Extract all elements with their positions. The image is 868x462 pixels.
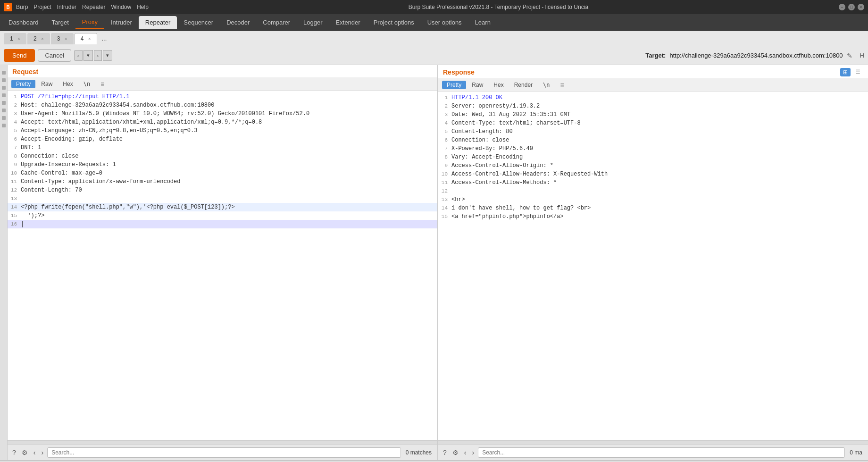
request-line-5: 5 Accept-Language: zh-CN,zh;q=0.8,en-US;… [8,126,437,135]
response-line-11: 11 Access-Control-Allow-Methods: * [438,178,868,187]
maximize-button[interactable]: □ [848,4,855,10]
request-code-editor[interactable]: 1 POST /?file=php://input HTTP/1.1 2 Hos… [8,91,437,440]
layout-list-icon[interactable]: ☰ [852,68,863,76]
target-url: http://challenge-329a6aa92c933454.sandbo… [669,52,843,59]
response-tab-raw[interactable]: Raw [467,81,488,89]
tab-decoder[interactable]: Decoder [220,16,256,29]
response-drag-handle[interactable] [438,440,868,444]
tab-repeater[interactable]: Repeater [139,16,177,29]
response-next-match-icon[interactable]: › [470,448,476,457]
repeater-tab-2[interactable]: 2 × [27,33,50,44]
layout-toggle[interactable]: H [860,52,864,59]
tab-proxy[interactable]: Proxy [75,16,104,29]
repeater-tab-1[interactable]: 1 × [4,33,26,44]
request-next-match-icon[interactable]: › [39,448,45,457]
layout-grid-icon[interactable]: ⊞ [840,68,851,76]
request-line-11: 11 Content-Type: application/x-www-form-… [8,177,437,186]
request-tab-hex[interactable]: Hex [58,80,77,88]
nav-back-dropdown[interactable]: ▾ [83,50,93,61]
nav-back-button[interactable]: ‹ [74,50,83,61]
response-code-editor[interactable]: 1 HTTP/1.1 200 OK 2 Server: openresty/1.… [438,92,868,440]
tab-target[interactable]: Target [45,16,75,29]
close-tab-2-icon[interactable]: × [41,36,44,42]
minimize-button[interactable]: − [839,4,845,10]
request-tab-raw[interactable]: Raw [36,80,57,88]
close-tab-3-icon[interactable]: × [65,36,67,42]
request-tab-pretty[interactable]: Pretty [11,80,35,88]
response-line-5: 5 Content-Length: 80 [438,127,868,136]
menu-help[interactable]: Help [137,4,149,10]
response-line-8: 8 Vary: Accept-Encoding [438,153,868,161]
response-header: Response [443,68,475,76]
request-search-input[interactable] [47,447,401,458]
tab-extender[interactable]: Extender [329,16,367,29]
menu-project[interactable]: Project [33,4,51,10]
request-line-16: 16 │ [8,220,437,228]
window-controls[interactable]: − □ × [839,4,864,10]
request-editor-toolbar: Pretty Raw Hex \n ≡ [8,78,437,91]
tab-intruder[interactable]: Intruder [104,16,139,29]
history-navigation: ‹ ▾ › ▾ [74,50,112,61]
tab-dashboard[interactable]: Dashboard [2,16,45,29]
request-prev-match-icon[interactable]: ‹ [32,448,38,457]
menu-window[interactable]: Window [111,4,131,10]
repeater-tab-3[interactable]: 3 × [51,33,74,44]
close-tab-4-icon[interactable]: × [88,36,91,42]
title-bar: B Burp Project Intruder Repeater Window … [0,0,868,14]
menu-burp[interactable]: Burp [16,4,28,10]
response-help-icon[interactable]: ? [441,448,449,457]
response-tab-pretty[interactable]: Pretty [442,81,466,89]
response-prev-match-icon[interactable]: ‹ [462,448,468,457]
response-search-input[interactable] [478,447,845,458]
close-tab-1-icon[interactable]: × [17,36,20,42]
response-editor-menu-icon[interactable]: ≡ [558,80,567,90]
tab-user-options[interactable]: User options [421,16,468,29]
sidebar-marker [2,86,6,90]
nav-forward-dropdown[interactable]: ▾ [103,50,112,61]
response-layout-controls: ⊞ ☰ [840,68,863,76]
nav-tabs: Dashboard Target Proxy Intruder Repeater… [0,14,868,31]
send-button[interactable]: Send [4,49,35,62]
response-line-4: 4 Content-Type: text/html; charset=UTF-8 [438,119,868,127]
request-panel: Request Pretty Raw Hex \n ≡ 1 POST /?fil… [8,65,438,460]
edit-target-icon[interactable]: ✎ [847,52,852,59]
request-header: Request [8,65,437,78]
tab-project-options[interactable]: Project options [367,16,421,29]
request-tab-newline[interactable]: \n [79,80,95,88]
request-line-13: 13 [8,194,437,203]
target-info: Target: http://challenge-329a6aa92c93345… [645,52,864,59]
main-content: Request Pretty Raw Hex \n ≡ 1 POST /?fil… [0,65,868,460]
status-bar: Done 405 byte [0,460,868,462]
response-tab-hex[interactable]: Hex [489,81,508,89]
request-drag-handle[interactable] [8,440,437,444]
response-tab-newline[interactable]: \n [538,81,554,89]
window-title: Burp Suite Professional v2021.8 - Tempor… [158,4,839,10]
repeater-tab-4[interactable]: 4 × [75,33,97,44]
request-line-8: 8 Connection: close [8,152,437,160]
sidebar-marker [2,116,6,120]
tab-comparer[interactable]: Comparer [256,16,297,29]
repeater-tab-more[interactable]: ... [98,33,111,44]
menu-intruder[interactable]: Intruder [57,4,76,10]
response-settings-icon[interactable]: ⚙ [451,448,460,457]
response-line-14: 14 i don't have shell, how to get flag? … [438,204,868,212]
nav-forward-button[interactable]: › [94,50,102,61]
tab-sequencer[interactable]: Sequencer [177,16,220,29]
close-button[interactable]: × [858,4,864,10]
request-line-6: 6 Accept-Encoding: gzip, deflate [8,135,437,143]
request-settings-icon[interactable]: ⚙ [20,448,30,457]
menu-bar[interactable]: Burp Project Intruder Repeater Window He… [16,4,149,10]
cancel-button[interactable]: Cancel [38,49,71,62]
tab-learn[interactable]: Learn [468,16,497,29]
response-line-6: 6 Connection: close [438,136,868,144]
tab-logger[interactable]: Logger [297,16,329,29]
response-line-13: 13 <hr> [438,195,868,204]
response-tab-render[interactable]: Render [509,81,537,89]
request-editor-menu-icon[interactable]: ≡ [98,79,107,89]
request-help-icon[interactable]: ? [10,448,18,457]
request-matches-label: 0 matches [403,449,434,456]
sidebar-marker [2,93,6,97]
target-label: Target: [645,52,666,59]
menu-repeater[interactable]: Repeater [82,4,105,10]
request-line-4: 4 Accept: text/html,application/xhtml+xm… [8,118,437,126]
